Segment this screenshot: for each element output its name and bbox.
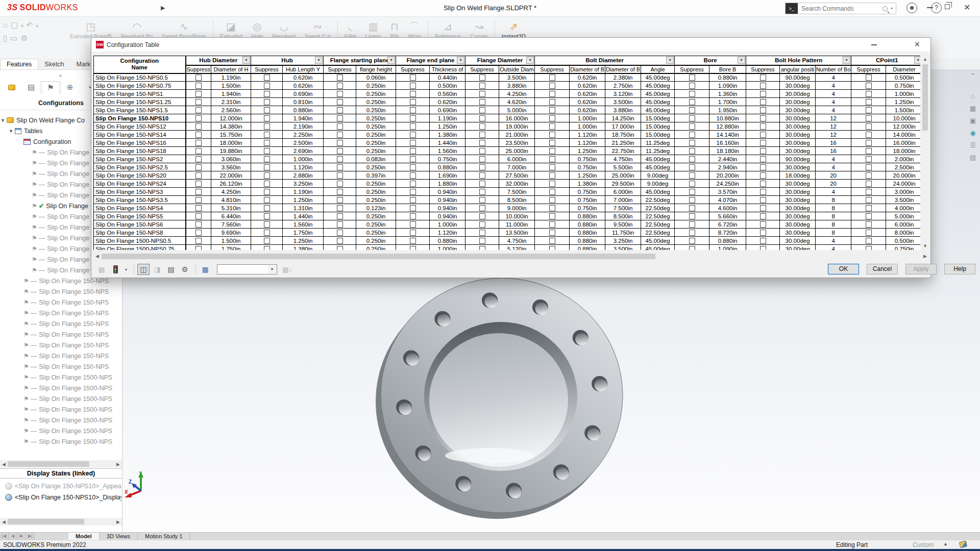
value-cell[interactable]: 8 [816, 220, 851, 229]
value-cell[interactable]: 30.00deg [780, 114, 816, 122]
value-cell[interactable]: 14.000in [886, 131, 920, 139]
suppress-checkbox[interactable] [479, 99, 485, 105]
value-cell[interactable]: 3.880in [605, 106, 641, 114]
suppress-checkbox[interactable] [866, 148, 872, 154]
suppress-checkbox[interactable] [549, 99, 555, 105]
suppress-checkbox[interactable] [760, 140, 766, 146]
suppress-checkbox-cell[interactable] [535, 131, 570, 139]
value-cell[interactable]: 45.00deg [641, 98, 675, 106]
value-cell[interactable]: 7.000in [499, 163, 535, 171]
value-cell[interactable]: 1.000in [430, 245, 465, 251]
config-name-cell[interactable]: Slip On Flange 150-NPS20 [94, 171, 186, 180]
suppress-checkbox[interactable] [195, 140, 202, 146]
value-cell[interactable]: 0.880in [430, 237, 465, 245]
suppress-checkbox-cell[interactable] [465, 204, 499, 212]
config-name-cell[interactable]: Slip On Flange 150-NPS18 [94, 147, 186, 155]
tree-config-item[interactable]: ⚑—Slip On Flange 150-NPS [0, 297, 122, 308]
suppress-checkbox-cell[interactable] [465, 82, 499, 90]
suppress-checkbox-cell[interactable] [535, 98, 570, 106]
suppress-checkbox-cell[interactable] [851, 147, 886, 155]
suppress-checkbox[interactable] [549, 230, 555, 236]
value-cell[interactable]: 11.750in [605, 229, 641, 237]
suppress-checkbox-cell[interactable] [396, 147, 430, 155]
config-name-cell[interactable]: Slip On Flange 150-NPS4 [94, 204, 186, 212]
suppress-checkbox[interactable] [689, 189, 695, 195]
suppress-checkbox[interactable] [264, 156, 270, 162]
tree-horizontal-scrollbar[interactable]: ◀ ▶ [0, 460, 122, 468]
column-filter-dropdown-icon[interactable]: ▾ [843, 57, 850, 64]
suppress-checkbox[interactable] [689, 230, 695, 236]
value-cell[interactable]: 1.690in [430, 171, 465, 180]
suppress-checkbox[interactable] [337, 213, 343, 219]
suppress-checkbox-cell[interactable] [465, 131, 499, 139]
scrollbar-thumb[interactable] [8, 461, 89, 467]
value-cell[interactable]: 3.120in [605, 90, 641, 98]
value-cell[interactable]: 0.750in [886, 245, 920, 251]
value-cell[interactable]: 2.500in [886, 163, 920, 171]
value-cell[interactable]: 22.50deg [641, 212, 675, 220]
suppress-checkbox[interactable] [195, 205, 202, 211]
value-cell[interactable]: 9.500in [605, 220, 641, 229]
value-cell[interactable]: 1.120in [570, 139, 605, 147]
value-cell[interactable]: 0.060in [356, 73, 396, 82]
suppress-checkbox-cell[interactable] [851, 180, 886, 188]
scroll-up-icon[interactable]: ▲ [921, 56, 929, 63]
config-name-cell[interactable]: Slip On Flange 1500-NPS0.75 [94, 245, 186, 251]
value-cell[interactable]: 9.00deg [641, 180, 675, 188]
value-cell[interactable]: 0.123in [356, 204, 396, 212]
suppress-checkbox[interactable] [689, 172, 695, 179]
suppress-checkbox-cell[interactable] [851, 171, 886, 180]
value-cell[interactable]: 4.070in [709, 196, 746, 204]
suppress-checkbox-cell[interactable] [675, 204, 709, 212]
suppress-checkbox-cell[interactable] [186, 90, 211, 98]
value-cell[interactable]: 45.00deg [641, 106, 675, 114]
value-cell[interactable]: 10.000in [886, 114, 920, 122]
value-cell[interactable]: 0.250in [356, 98, 396, 106]
value-cell[interactable]: 15.00deg [641, 114, 675, 122]
value-cell[interactable]: 14.140in [709, 131, 746, 139]
panel-splitter-handle[interactable] [59, 74, 62, 77]
suppress-checkbox-cell[interactable] [746, 139, 780, 147]
suppress-checkbox[interactable] [549, 156, 555, 162]
tree-config-item[interactable]: ⚑—Slip On Flange 150-NPS [0, 329, 122, 340]
value-cell[interactable]: 8 [816, 212, 851, 220]
config-name-cell[interactable]: Slip On Flange 150-NPS6 [94, 220, 186, 229]
value-cell[interactable]: 0.620in [283, 82, 324, 90]
value-cell[interactable]: 1.250in [570, 147, 605, 155]
traffic-light-dropdown-icon[interactable]: ▾ [123, 264, 129, 275]
undo-icon[interactable]: ↶ [27, 20, 33, 29]
panel-horizontal-scrollbar[interactable]: ◀ ▶ [0, 518, 122, 525]
value-cell[interactable]: 4 [816, 245, 851, 251]
value-cell[interactable]: 6.000in [499, 155, 535, 163]
value-cell[interactable]: 10.880in [709, 114, 746, 122]
value-cell[interactable]: 0.880in [709, 237, 746, 245]
close-button[interactable]: ✕ [964, 3, 970, 12]
suppress-checkbox-cell[interactable] [675, 106, 709, 114]
value-cell[interactable]: 4.600in [709, 204, 746, 212]
suppress-checkbox-cell[interactable] [465, 245, 499, 251]
tab-scroll-last-icon[interactable]: ▶| [26, 533, 35, 540]
value-cell[interactable]: 1.000in [283, 155, 324, 163]
suppress-checkbox[interactable] [760, 107, 766, 113]
suppress-checkbox[interactable] [760, 172, 766, 179]
suppress-checkbox-cell[interactable] [465, 114, 499, 122]
value-cell[interactable]: 30.00deg [780, 139, 816, 147]
value-cell[interactable]: 90.00deg [780, 73, 816, 82]
suppression-traffic-light-icon[interactable] [109, 264, 121, 275]
value-cell[interactable]: 30.00deg [780, 180, 816, 188]
suppress-checkbox[interactable] [410, 205, 416, 211]
suppress-checkbox[interactable] [337, 107, 343, 113]
value-cell[interactable]: 1.310in [283, 204, 324, 212]
suppress-checkbox-cell[interactable] [186, 188, 211, 196]
config-name-cell[interactable]: Slip On Flange 150-NPS0.75 [94, 82, 186, 90]
suppress-checkbox-cell[interactable] [746, 188, 780, 196]
suppress-checkbox[interactable] [689, 91, 695, 97]
suppress-checkbox[interactable] [195, 99, 202, 105]
value-cell[interactable]: 22.50deg [641, 196, 675, 204]
suppress-checkbox-cell[interactable] [465, 220, 499, 229]
suppress-checkbox[interactable] [410, 132, 416, 138]
suppress-checkbox[interactable] [866, 189, 872, 195]
suppress-checkbox[interactable] [410, 181, 416, 187]
value-cell[interactable]: 30.00deg [780, 131, 816, 139]
value-cell[interactable]: 4 [816, 163, 851, 171]
